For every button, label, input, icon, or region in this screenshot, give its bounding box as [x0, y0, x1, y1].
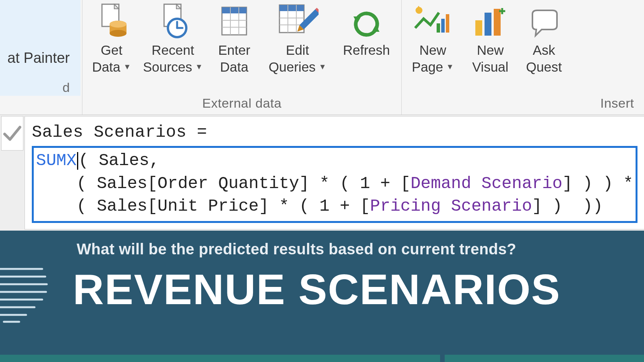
report-subheading: What will be the predicted results based…	[0, 231, 644, 258]
ribbon-group-insert: New Page▼	[402, 0, 644, 115]
svg-rect-30	[446, 14, 449, 33]
edit-queries-icon	[276, 1, 319, 39]
sumx-function: SUMX	[36, 151, 77, 170]
ribbon: at Painter d Get	[0, 0, 644, 115]
band-left	[0, 355, 440, 362]
svg-rect-32	[475, 20, 482, 36]
ask-question-icon	[529, 1, 559, 39]
refresh-label: Refresh	[343, 42, 390, 59]
chevron-down-icon: ▼	[195, 62, 203, 72]
svg-rect-34	[494, 9, 501, 36]
edit-queries-button[interactable]: Edit Queries▼	[261, 0, 334, 76]
pricing-scenario-ref: Pricing Scenario	[370, 197, 532, 216]
report-bottom-band	[0, 355, 644, 362]
recent-sources-button[interactable]: Recent Sources▼	[138, 0, 207, 76]
get-data-button[interactable]: Get Data▼	[85, 0, 138, 76]
report-canvas[interactable]: What will be the predicted results based…	[0, 231, 644, 362]
formula-editor[interactable]: Sales Scenarios = SUMX( Sales, ( Sales[O…	[25, 116, 644, 229]
new-visual-label-2: Visual	[472, 59, 509, 75]
new-page-label-1: New	[419, 42, 446, 59]
get-data-icon	[94, 1, 129, 39]
new-visual-icon	[473, 1, 508, 39]
new-page-icon	[414, 1, 452, 39]
edit-queries-label-1: Edit	[286, 42, 309, 59]
refresh-icon	[351, 1, 382, 39]
edit-queries-label-2: Queries	[269, 59, 316, 75]
svg-point-5	[110, 21, 127, 28]
report-title: REVENUE SCENARIOS	[0, 258, 644, 312]
ribbon-group-label-external: External data	[82, 96, 401, 115]
ribbon-group-label-clipboard: d	[4, 80, 77, 95]
formula-line1-after: ( Sales,	[79, 151, 159, 170]
new-visual-button[interactable]: New Visual	[462, 0, 519, 76]
ask-question-button[interactable]: Ask Quest	[519, 0, 569, 76]
new-page-button[interactable]: New Page▼	[404, 0, 462, 76]
format-painter-button[interactable]: at Painter d	[0, 0, 80, 96]
ask-question-label-2: Quest	[526, 59, 562, 75]
enter-data-label-1: Enter	[218, 42, 250, 59]
ribbon-group-label-insert: Insert	[402, 96, 644, 115]
get-data-label-1: Get	[101, 42, 122, 59]
formula-line-1: SUMX( Sales,	[36, 149, 633, 172]
recent-sources-label-2: Sources	[143, 59, 192, 75]
checkmark-icon	[2, 123, 23, 144]
svg-rect-33	[485, 13, 491, 36]
demand-scenario-ref: Demand Scenario	[411, 174, 562, 193]
measure-name-text: Sales Scenarios =	[32, 121, 637, 144]
enter-data-icon	[219, 1, 250, 39]
svg-rect-29	[441, 19, 445, 33]
us-map-icon	[0, 254, 58, 330]
formula-line-3: ( Sales[Unit Price] * ( 1 + [Pricing Sce…	[36, 195, 633, 218]
chevron-down-icon: ▼	[446, 62, 454, 72]
new-page-label-2: Page	[412, 59, 443, 75]
svg-rect-18	[279, 5, 304, 11]
formula-line-2: ( Sales[Order Quantity] * ( 1 + [Demand …	[36, 172, 633, 195]
band-right	[445, 355, 644, 362]
ask-question-label-1: Ask	[533, 42, 555, 59]
svg-point-4	[110, 30, 127, 37]
enter-data-label-2: Data	[220, 59, 248, 75]
text-cursor	[77, 152, 78, 170]
get-data-label-2: Data	[92, 59, 120, 75]
formula-commit-button[interactable]	[1, 116, 23, 151]
formula-bar: Sales Scenarios = SUMX( Sales, ( Sales[O…	[0, 115, 644, 231]
chevron-down-icon: ▼	[319, 62, 326, 72]
ribbon-group-clipboard: at Painter d	[0, 0, 82, 115]
svg-rect-31	[437, 23, 440, 33]
enter-data-button[interactable]: Enter Data	[207, 0, 261, 76]
chevron-down-icon: ▼	[123, 62, 131, 72]
svg-rect-12	[222, 7, 246, 13]
ribbon-group-external-data: Get Data▼ Recent Sources▼	[82, 0, 402, 115]
format-painter-label: at Painter	[4, 50, 77, 66]
recent-sources-label-1: Recent	[152, 42, 194, 59]
refresh-button[interactable]: Refresh	[334, 0, 399, 76]
new-visual-label-1: New	[477, 42, 504, 59]
formula-body: SUMX( Sales, ( Sales[Order Quantity] * (…	[32, 146, 637, 223]
recent-sources-icon	[156, 1, 190, 39]
